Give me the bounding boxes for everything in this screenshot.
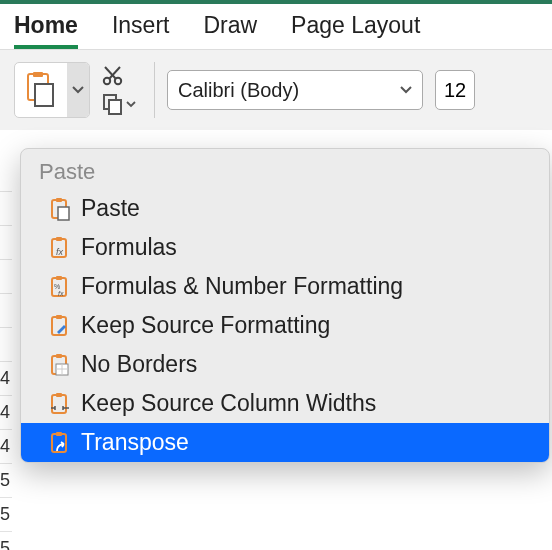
svg-rect-27 — [56, 393, 62, 397]
clipboard-brush-icon — [47, 313, 73, 339]
ribbon: Calibri (Body) 12 — [0, 49, 552, 130]
clipboard-percent-fx-icon: %fx — [47, 274, 73, 300]
svg-rect-8 — [109, 100, 121, 114]
menu-item-label: Transpose — [81, 429, 189, 456]
tab-draw[interactable]: Draw — [203, 12, 257, 49]
tab-insert[interactable]: Insert — [112, 12, 170, 49]
clipboard-grid-icon — [47, 352, 73, 378]
font-family-value: Calibri (Body) — [178, 79, 299, 102]
svg-rect-10 — [56, 198, 62, 202]
svg-text:%: % — [54, 283, 60, 290]
paste-menu-header: Paste — [21, 149, 549, 189]
svg-rect-11 — [58, 207, 69, 220]
menu-item-label: Keep Source Formatting — [81, 312, 330, 339]
chevron-down-icon — [72, 86, 84, 94]
clipboard-width-icon — [47, 391, 73, 417]
scissors-icon — [102, 65, 124, 87]
menu-item-label: Paste — [81, 195, 140, 222]
menu-item-paste[interactable]: Paste — [21, 189, 549, 228]
menu-item-label: Formulas — [81, 234, 177, 261]
clipboard-icon — [47, 196, 73, 222]
paste-options-menu: Paste Paste fx Formulas %fx Formulas & N… — [20, 148, 550, 463]
separator — [154, 62, 155, 118]
svg-rect-2 — [35, 84, 53, 106]
svg-text:fx: fx — [58, 290, 64, 297]
row-headers: 44 45 55 — [0, 158, 12, 550]
paste-split-button[interactable] — [14, 62, 90, 118]
clipboard-fx-icon: fx — [47, 235, 73, 261]
paste-dropdown-toggle[interactable] — [67, 63, 89, 117]
menu-item-keep-source-formatting[interactable]: Keep Source Formatting — [21, 306, 549, 345]
tab-page-layout[interactable]: Page Layout — [291, 12, 420, 49]
chevron-down-icon — [400, 86, 412, 94]
menu-item-formulas-number-formatting[interactable]: %fx Formulas & Number Formatting — [21, 267, 549, 306]
svg-rect-26 — [52, 395, 66, 413]
menu-item-keep-source-column-widths[interactable]: Keep Source Column Widths — [21, 384, 549, 423]
font-family-select[interactable]: Calibri (Body) — [167, 70, 423, 110]
font-size-select[interactable]: 12 — [435, 70, 475, 110]
svg-rect-13 — [56, 237, 62, 241]
menu-item-label: Keep Source Column Widths — [81, 390, 376, 417]
tab-home[interactable]: Home — [14, 12, 78, 49]
menu-item-label: No Borders — [81, 351, 197, 378]
copy-icon — [102, 93, 124, 115]
menu-item-label: Formulas & Number Formatting — [81, 273, 403, 300]
cut-button[interactable] — [102, 65, 136, 87]
ribbon-tabs: Home Insert Draw Page Layout — [0, 4, 552, 49]
svg-rect-20 — [56, 315, 62, 319]
menu-item-transpose[interactable]: Transpose — [21, 423, 549, 462]
menu-item-formulas[interactable]: fx Formulas — [21, 228, 549, 267]
paste-button[interactable] — [15, 63, 67, 117]
svg-text:fx: fx — [56, 247, 64, 257]
copy-button[interactable] — [102, 93, 136, 115]
svg-rect-1 — [33, 72, 43, 77]
svg-rect-22 — [56, 354, 62, 358]
svg-rect-29 — [56, 432, 62, 436]
menu-item-no-borders[interactable]: No Borders — [21, 345, 549, 384]
chevron-down-icon — [126, 101, 136, 108]
svg-rect-16 — [56, 276, 62, 280]
clipboard-transpose-icon — [47, 430, 73, 456]
clipboard-icon — [24, 71, 58, 109]
font-size-value: 12 — [444, 79, 466, 102]
